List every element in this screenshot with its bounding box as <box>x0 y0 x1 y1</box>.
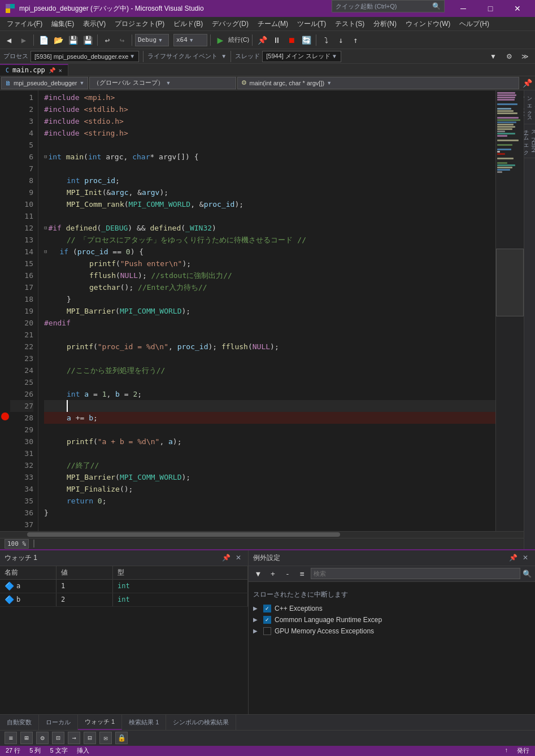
menu-file[interactable]: ファイル(F) <box>2 17 47 31</box>
menu-test[interactable]: テスト(S) <box>330 17 369 31</box>
tab-local[interactable]: ローカル <box>39 715 78 730</box>
tab-auto-vars[interactable]: 自動変数 <box>0 715 39 730</box>
file-scope-dropdown[interactable]: 🗎 mpi_pseudo_debugger ▼ <box>1 77 88 89</box>
h-scroll-thumb[interactable] <box>27 532 340 537</box>
save-button[interactable]: 💾 <box>66 33 80 47</box>
exception-checkbox-gpu[interactable] <box>263 627 271 635</box>
tab-watch1[interactable]: ウォッチ 1 <box>78 715 122 730</box>
save-all-button[interactable]: 💾 <box>81 33 94 47</box>
step-into-button[interactable]: ↓ <box>334 33 347 47</box>
team-explorer-tab[interactable]: チーム エクスプローラー <box>524 124 536 158</box>
minimize-button[interactable]: ─ <box>450 0 476 17</box>
pause-button[interactable]: ⏸ <box>270 33 284 47</box>
step-over-button[interactable]: ⤵ <box>319 33 333 47</box>
exception-search[interactable] <box>311 568 520 579</box>
minimap-viewport[interactable] <box>496 249 524 316</box>
watch-panel-pin[interactable]: 📌 <box>221 553 231 563</box>
tab-bar: C main.cpp 📌 ✕ <box>0 64 535 76</box>
menu-window[interactable]: ウィンドウ(W) <box>401 17 455 31</box>
code-editor[interactable]: 12345 678910 1112131415 1617181920 21222… <box>0 90 524 549</box>
tab-main-cpp[interactable]: C main.cpp 📌 ✕ <box>0 64 68 76</box>
menu-analyze[interactable]: 分析(N) <box>369 17 401 31</box>
expand-clr-icon[interactable]: ▶ <box>253 616 260 623</box>
close-button[interactable]: ✕ <box>504 0 530 17</box>
debug-config-dropdown[interactable]: Debug ▼ <box>135 34 169 46</box>
process-selector[interactable]: [5936] mpi_pseudo_debugger.exe ▼ <box>31 51 139 62</box>
breakpoint-marker[interactable] <box>1 412 9 420</box>
pin-editor-button[interactable]: 📌 <box>520 76 534 90</box>
open-file-button[interactable]: 📂 <box>51 33 65 47</box>
exception-add-btn[interactable]: + <box>267 567 279 580</box>
menu-build[interactable]: ビルド(B) <box>169 17 207 31</box>
bottom-area: ウォッチ 1 📌 ✕ 名前 値 型 🔷 a 1 int 🔷 <box>0 549 535 714</box>
separator-6 <box>316 34 316 46</box>
expand-gpu-icon[interactable]: ▶ <box>253 628 260 634</box>
menu-team[interactable]: チーム(M) <box>253 17 293 31</box>
undo-button[interactable]: ↩ <box>101 33 114 47</box>
code-line-34: MPI_Finalize(); <box>44 483 495 495</box>
collapse-6[interactable]: ⊟ <box>44 151 47 163</box>
code-line-4: #include <string.h> <box>44 127 495 139</box>
step-out-button[interactable]: ↑ <box>349 33 362 47</box>
tab-symbol-search[interactable]: シンボルの検索結果 <box>166 715 236 730</box>
watch-val-a[interactable]: 1 <box>56 580 113 593</box>
collapse-12[interactable]: ⊟ <box>44 222 47 234</box>
exception-list-btn[interactable]: ≡ <box>296 567 308 580</box>
platform-dropdown[interactable]: x64 ▼ <box>173 34 207 46</box>
func-dropdown[interactable]: ⚙ main(int argc, char * argv[]) ▼ <box>237 77 519 89</box>
continue-button[interactable]: ▶ <box>214 33 227 47</box>
solution-explorer-tab[interactable]: ソリューション エクスプローラー <box>524 90 536 124</box>
action-btn-4[interactable]: ⊡ <box>52 732 64 744</box>
breakpoint-28[interactable] <box>0 412 10 424</box>
action-btn-2[interactable]: ⊞ <box>20 732 33 744</box>
exception-checkbox-cpp[interactable] <box>263 605 271 612</box>
tab-close-button[interactable]: ✕ <box>59 67 62 73</box>
exception-panel-close[interactable]: ✕ <box>520 553 530 563</box>
scope-dropdown[interactable]: （グローバル スコープ） ▼ <box>89 77 236 89</box>
new-file-button[interactable]: 📄 <box>37 33 50 47</box>
tab-pin-icon: 📌 <box>49 67 55 73</box>
watch-val-b[interactable]: 2 <box>56 593 113 606</box>
maximize-button[interactable]: □ <box>477 0 503 17</box>
exception-content: スローされたときに中断します ▶ C++ Exceptions ▶ Common… <box>249 582 535 641</box>
action-btn-1[interactable]: ≡ <box>5 732 17 744</box>
exception-checkbox-clr[interactable] <box>263 616 271 624</box>
menu-debug[interactable]: デバッグ(D) <box>207 17 253 31</box>
breakpoint-gutter[interactable] <box>0 90 10 531</box>
action-btn-5[interactable]: → <box>68 732 80 744</box>
action-btn-7[interactable]: ✉ <box>99 732 112 744</box>
code-line-27[interactable]: | <box>44 400 495 412</box>
exception-remove-btn[interactable]: - <box>281 567 294 580</box>
watch-panel-close[interactable]: ✕ <box>233 553 243 563</box>
back-button[interactable]: ◀ <box>2 33 16 47</box>
exception-panel-pin[interactable]: 📌 <box>508 553 518 563</box>
action-btn-6[interactable]: ⊟ <box>84 732 96 744</box>
menu-help[interactable]: ヘルプ(H) <box>455 17 494 31</box>
action-btn-3[interactable]: ⚙ <box>36 732 49 744</box>
stop-button[interactable]: ⏹ <box>285 33 298 47</box>
tab-search1[interactable]: 検索結果 1 <box>122 715 166 730</box>
chevron-down-icon: ▼ <box>159 37 162 43</box>
pin-button[interactable]: 📌 <box>255 33 269 47</box>
minimap[interactable] <box>495 90 524 531</box>
action-btn-8[interactable]: 🔒 <box>115 732 128 744</box>
redo-button[interactable]: ↪ <box>115 33 129 47</box>
quicklaunch-input[interactable]: クイック起動 (Ctrl+Q) <box>336 2 432 11</box>
filter-button[interactable]: ▼ <box>486 50 500 63</box>
thread-selector[interactable]: [5944] メイン スレッド ▼ <box>262 51 341 62</box>
menu-view[interactable]: 表示(V) <box>79 17 110 31</box>
collapse-14[interactable]: ⊟ <box>44 246 47 258</box>
h-scrollbar[interactable] <box>0 531 524 538</box>
menu-tools[interactable]: ツール(T) <box>293 17 330 31</box>
code-content[interactable]: #include <mpi.h> #include <stdlib.h> #in… <box>38 90 495 531</box>
menu-project[interactable]: プロジェクト(P) <box>110 17 169 31</box>
expand-cpp-icon[interactable]: ▶ <box>253 605 260 611</box>
menu-edit[interactable]: 編集(E) <box>47 17 79 31</box>
separator-proc <box>143 51 143 62</box>
restart-button[interactable]: 🔄 <box>299 33 313 47</box>
more-btn[interactable]: ≫ <box>518 50 532 63</box>
exception-filter-btn[interactable]: ▼ <box>252 567 264 580</box>
zoom-level[interactable]: 100 % <box>5 539 29 549</box>
settings-btn[interactable]: ⚙ <box>502 50 516 63</box>
forward-button[interactable]: ▶ <box>17 33 31 47</box>
